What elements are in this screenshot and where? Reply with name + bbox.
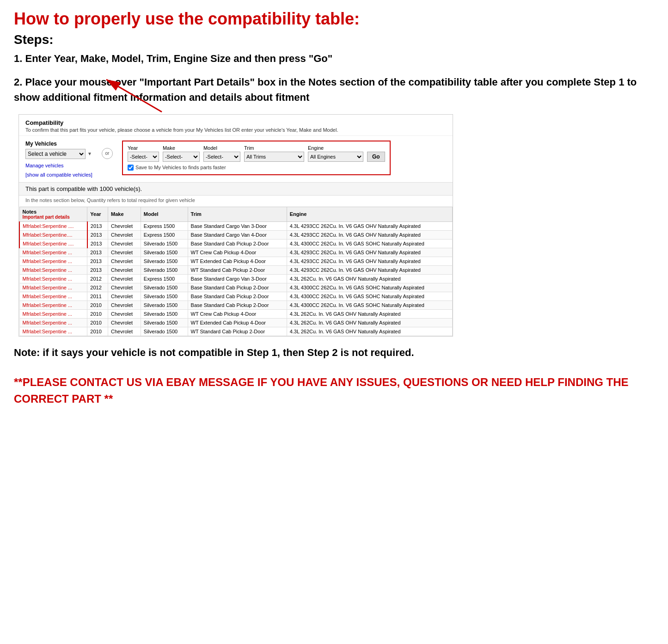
table-row: Mfrlabel:Serpentine ...2013ChevroletSilv… xyxy=(19,257,453,265)
trim-cell: WT Crew Cab Pickup 4-Door xyxy=(188,309,287,318)
steps-label: Steps: xyxy=(14,32,654,47)
engine-select[interactable]: All Engines xyxy=(308,152,363,162)
make-cell: Chevrolet xyxy=(108,318,141,327)
year-cell: 2013 xyxy=(87,257,108,265)
svg-line-1 xyxy=(106,80,162,112)
make-cell: Chevrolet xyxy=(108,327,141,336)
engine-label: Engine xyxy=(308,145,363,151)
vehicle-select-wrapper: Select a vehicle ▼ xyxy=(25,149,92,159)
engine-cell: 4.3L 4293CC 262Cu. In. V6 GAS OHV Natura… xyxy=(287,230,452,239)
trim-cell: Base Standard Cargo Van 3-Door xyxy=(188,221,287,230)
year-cell: 2013 xyxy=(87,221,108,230)
table-row: Mfrlabel:Serpentine ...2012ChevroletExpr… xyxy=(19,274,453,283)
model-cell: Silverado 1500 xyxy=(141,239,188,248)
trim-cell: Base Standard Cab Pickup 2-Door xyxy=(188,301,287,309)
engine-field-group: Engine All Engines xyxy=(308,145,363,162)
table-row: Mfrlabel:Serpentine ...2010ChevroletSilv… xyxy=(19,309,453,318)
table-header-row: Notes Important part details Year Make M… xyxy=(19,207,453,221)
save-checkbox-row: Save to My Vehicles to finds parts faste… xyxy=(128,165,385,171)
table-row: Mfrlabel:Serpentine....2013ChevroletExpr… xyxy=(19,230,453,239)
table-row: Mfrlabel:Serpentine ...2012ChevroletSilv… xyxy=(19,283,453,292)
model-cell: Silverado 1500 xyxy=(141,292,188,301)
table-row: Mfrlabel:Serpentine ...2013ChevroletSilv… xyxy=(19,248,453,257)
model-field-group: Model -Select- xyxy=(203,145,240,162)
year-cell: 2013 xyxy=(87,265,108,274)
col-trim: Trim xyxy=(188,207,287,221)
quantity-note: In the notes section below, Quantity ref… xyxy=(19,196,453,207)
model-select[interactable]: -Select- xyxy=(203,152,240,162)
engine-cell: 4.3L 4300CC 262Cu. In. V6 GAS SOHC Natur… xyxy=(287,283,452,292)
trim-select[interactable]: All Trims xyxy=(244,152,304,162)
model-label: Model xyxy=(203,145,240,151)
save-label: Save to My Vehicles to finds parts faste… xyxy=(135,165,226,170)
model-cell: Silverado 1500 xyxy=(141,327,188,336)
year-cell: 2013 xyxy=(87,248,108,257)
make-cell: Chevrolet xyxy=(108,274,141,283)
col-make: Make xyxy=(108,207,141,221)
col-model: Model xyxy=(141,207,188,221)
year-cell: 2013 xyxy=(87,230,108,239)
model-cell: Silverado 1500 xyxy=(141,257,188,265)
make-field-group: Make -Select- xyxy=(163,145,200,162)
dropdown-arrow-icon: ▼ xyxy=(87,151,92,156)
model-cell: Silverado 1500 xyxy=(141,301,188,309)
engine-cell: 4.3L 262Cu. In. V6 GAS OHV Naturally Asp… xyxy=(287,309,452,318)
notes-cell: Mfrlabel:Serpentine ... xyxy=(19,274,87,283)
make-cell: Chevrolet xyxy=(108,248,141,257)
notes-cell: Mfrlabel:Serpentine .... xyxy=(19,221,87,230)
notes-cell: Mfrlabel:Serpentine ... xyxy=(19,292,87,301)
make-cell: Chevrolet xyxy=(108,221,141,230)
main-title: How to properly use the compatibility ta… xyxy=(14,9,654,29)
engine-cell: 4.3L 262Cu. In. V6 GAS OHV Naturally Asp… xyxy=(287,327,452,336)
col-engine: Engine xyxy=(287,207,452,221)
model-cell: Silverado 1500 xyxy=(141,265,188,274)
compat-title: Compatibility xyxy=(25,119,63,126)
make-cell: Chevrolet xyxy=(108,301,141,309)
make-select[interactable]: -Select- xyxy=(163,152,200,162)
notes-cell: Mfrlabel:Serpentine ... xyxy=(19,265,87,274)
model-cell: Express 1500 xyxy=(141,221,188,230)
trim-cell: Base Standard Cargo Van 4-Door xyxy=(188,230,287,239)
vehicle-select[interactable]: Select a vehicle xyxy=(25,149,86,159)
year-cell: 2010 xyxy=(87,327,108,336)
make-cell: Chevrolet xyxy=(108,257,141,265)
manage-vehicles-link[interactable]: Manage vehicles xyxy=(25,163,92,168)
year-make-engine-form: Year -Select- Make -Select- Model xyxy=(122,141,391,175)
trim-cell: WT Standard Cab Pickup 2-Door xyxy=(188,327,287,336)
contact-text: **PLEASE CONTACT US VIA EBAY MESSAGE IF … xyxy=(14,374,654,407)
notes-cell: Mfrlabel:Serpentine ... xyxy=(19,257,87,265)
notes-cell: Mfrlabel:Serpentine ... xyxy=(19,318,87,327)
year-cell: 2010 xyxy=(87,301,108,309)
table-row: Mfrlabel:Serpentine ...2010ChevroletSilv… xyxy=(19,327,453,336)
table-row: Mfrlabel:Serpentine ...2010ChevroletSilv… xyxy=(19,301,453,309)
save-checkbox[interactable] xyxy=(128,165,134,171)
go-button[interactable]: Go xyxy=(367,152,385,162)
trim-cell: WT Standard Cab Pickup 2-Door xyxy=(188,265,287,274)
engine-cell: 4.3L 4300CC 262Cu. In. V6 GAS SOHC Natur… xyxy=(287,239,452,248)
engine-cell: 4.3L 4293CC 262Cu. In. V6 GAS OHV Natura… xyxy=(287,265,452,274)
show-all-link[interactable]: [show all compatible vehicles] xyxy=(25,172,92,178)
table-row: Mfrlabel:Serpentine ....2013ChevroletSil… xyxy=(19,239,453,248)
engine-cell: 4.3L 4293CC 262Cu. In. V6 GAS OHV Natura… xyxy=(287,221,452,230)
trim-cell: Base Standard Cargo Van 3-Door xyxy=(188,274,287,283)
compatible-count-bar: This part is compatible with 1000 vehicl… xyxy=(19,182,453,196)
arrow-indicator xyxy=(79,75,208,117)
trim-cell: WT Extended Cab Pickup 4-Door xyxy=(188,318,287,327)
trim-cell: WT Extended Cab Pickup 4-Door xyxy=(188,257,287,265)
notes-cell: Mfrlabel:Serpentine ... xyxy=(19,327,87,336)
engine-cell: 4.3L 4300CC 262Cu. In. V6 GAS SOHC Natur… xyxy=(287,301,452,309)
notes-cell: Mfrlabel:Serpentine ... xyxy=(19,301,87,309)
notes-cell: Mfrlabel:Serpentine ... xyxy=(19,309,87,318)
model-cell: Silverado 1500 xyxy=(141,283,188,292)
engine-cell: 4.3L 4300CC 262Cu. In. V6 GAS SOHC Natur… xyxy=(287,292,452,301)
or-label: or xyxy=(102,148,113,159)
col-notes: Notes Important part details xyxy=(19,207,87,221)
compat-header: Compatibility To confirm that this part … xyxy=(19,115,453,136)
year-cell: 2012 xyxy=(87,274,108,283)
year-label: Year xyxy=(128,145,159,151)
table-row: Mfrlabel:Serpentine ....2013ChevroletExp… xyxy=(19,221,453,230)
year-cell: 2012 xyxy=(87,283,108,292)
year-select[interactable]: -Select- xyxy=(128,152,159,162)
model-cell: Silverado 1500 xyxy=(141,309,188,318)
table-row: Mfrlabel:Serpentine ...2010ChevroletSilv… xyxy=(19,318,453,327)
